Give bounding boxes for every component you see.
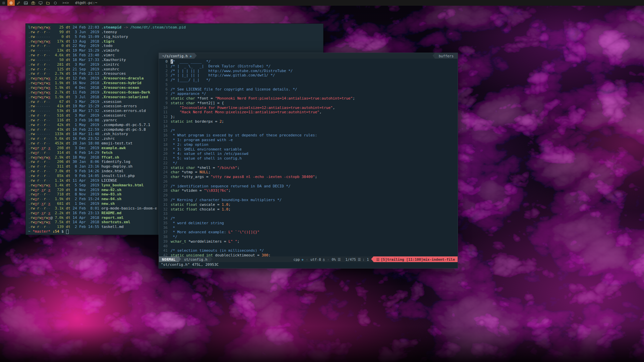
perm-char: -	[39, 150, 42, 155]
vim-code-area[interactable]: 0 /* ____ _____ */ 1 /* | _ \_ _| Derek …	[159, 59, 458, 256]
perm-char: w	[33, 174, 35, 178]
warnings-label: [5]trailing [11:100]mix-indent-file	[381, 257, 455, 261]
perm-char: -	[48, 160, 51, 164]
perm-char: -	[39, 58, 42, 62]
file-date: 16 Feb 23:52	[70, 136, 99, 141]
code-token: chscale =	[197, 207, 222, 212]
perm-char: .	[28, 48, 31, 53]
code-line: 34 /*	[159, 216, 458, 221]
status-bar: ><> dt@dt-pc:~	[0, 0, 644, 6]
line-number: 23	[159, 166, 171, 170]
file-owner: dt	[64, 62, 70, 67]
perm-char: w	[33, 35, 35, 39]
tag-folder[interactable]	[44, 0, 52, 6]
perm-char: -	[46, 211, 48, 215]
file-name: emoji-test.txt	[102, 141, 133, 146]
file-permissions: .rw-r--r--	[28, 169, 53, 174]
column-label: : 1	[362, 257, 369, 261]
perm-char: w	[39, 183, 42, 187]
tab-filename: ~/s/config.h	[162, 54, 188, 58]
code-line: 5	[159, 82, 458, 87]
file-owner: dt	[64, 216, 70, 220]
line-number: 29	[159, 193, 171, 198]
line-number: 35	[159, 221, 171, 226]
perm-char: r	[44, 155, 46, 160]
line-number: 36	[159, 226, 171, 230]
code-token	[171, 110, 180, 114]
code-line: 42 static unsigned int doubleclicktimeou…	[159, 253, 458, 256]
position-label: 1/475	[345, 257, 356, 261]
buffers-label[interactable]: buffers	[435, 53, 458, 59]
perm-char: -	[48, 178, 51, 183]
file-date: 11 Apr 2019	[70, 178, 99, 183]
perm-char: x	[35, 39, 37, 44]
code-token: /* | _ \_ _| Derek Taylor (DistroTube) *…	[171, 64, 271, 68]
file-owner: dt	[64, 109, 70, 113]
perm-char: -	[39, 71, 42, 76]
vim-cursor: /	[171, 59, 173, 64]
line-text: "Inconsolata for Powerline:pixelsize=12:…	[171, 106, 335, 110]
line-number: 19	[159, 147, 171, 152]
launcher-icon[interactable]	[0, 0, 7, 6]
perm-char: w	[39, 95, 42, 99]
perm-char: .	[28, 30, 31, 34]
perm-char: r	[44, 141, 46, 145]
tag-circle[interactable]	[52, 0, 59, 6]
file-size: 67	[53, 100, 64, 104]
perm-char: .	[28, 211, 31, 215]
tag-display[interactable]	[37, 0, 44, 6]
perm-char: -	[44, 48, 46, 53]
file-date: 4 Dec 2018	[70, 85, 99, 90]
code-token: wchar_t	[171, 239, 186, 244]
file-name: .Xresources-ocean	[102, 85, 139, 90]
perm-char: -	[35, 141, 37, 145]
perm-char: -	[39, 62, 42, 67]
perm-char: w	[33, 201, 35, 206]
perm-char: r	[44, 44, 46, 48]
perm-char: -	[46, 197, 48, 201]
line-number: 4	[159, 78, 171, 82]
file-owner: dt	[64, 95, 70, 100]
perm-char: -	[48, 100, 51, 104]
line-number: 6	[159, 87, 171, 92]
perm-char: x	[35, 201, 37, 206]
perm-char: .	[28, 220, 31, 224]
line-text: * 2: utmp option	[171, 142, 209, 147]
warning-icon: ☰	[376, 257, 379, 261]
perm-char: x	[48, 155, 51, 160]
line-number: 26	[159, 179, 171, 184]
layout-symbol[interactable]: ><>	[62, 1, 69, 5]
tag-camera[interactable]	[30, 0, 37, 6]
perm-char: -	[35, 100, 37, 104]
tab-current-buffer[interactable]: ~/s/config.h ❖	[159, 53, 194, 59]
perm-char: -	[46, 164, 48, 169]
tag-pencil[interactable]	[15, 0, 22, 6]
file-size: 125	[53, 67, 64, 72]
vim-window[interactable]: ~/s/config.h ❖ buffers 0 /* ____ _____ *…	[159, 53, 458, 268]
file-size: 7.0k	[53, 216, 64, 220]
file-owner: dt	[64, 53, 70, 58]
line-number: 42	[159, 253, 171, 256]
file-name: .teensy	[102, 30, 117, 35]
file-date: 3 Dec 2019	[70, 146, 99, 150]
code-line: 2 /* | | | || | http://www.youtube.com/c…	[159, 69, 458, 73]
perm-char: .	[28, 113, 31, 118]
perm-char: w	[33, 216, 35, 220]
file-date: 8 Nov 2019	[70, 188, 99, 192]
tag-globe-active[interactable]	[7, 0, 15, 6]
statusline-filetype: cpp ❖	[291, 256, 306, 262]
perm-char: -	[48, 136, 51, 141]
code-token: ;	[268, 253, 271, 256]
file-name: .Xresources	[102, 71, 126, 76]
line-text: * 4: value of shell in /etc/passwd	[171, 152, 248, 156]
file-name: LICENSE	[102, 178, 117, 183]
code-token: ;	[237, 166, 240, 170]
tag-image[interactable]	[22, 0, 30, 6]
perm-char: -	[46, 150, 48, 155]
perm-char: w	[33, 71, 35, 76]
desktop: ><> dt@dt-pc:~ lrwxrwxrwx 25 dt 24 Feb 2…	[0, 0, 644, 362]
perm-char: x	[48, 25, 51, 29]
file-permissions: .rw-r--r--	[28, 160, 53, 164]
line-number: 37	[159, 230, 171, 235]
perm-char: -	[35, 30, 37, 34]
